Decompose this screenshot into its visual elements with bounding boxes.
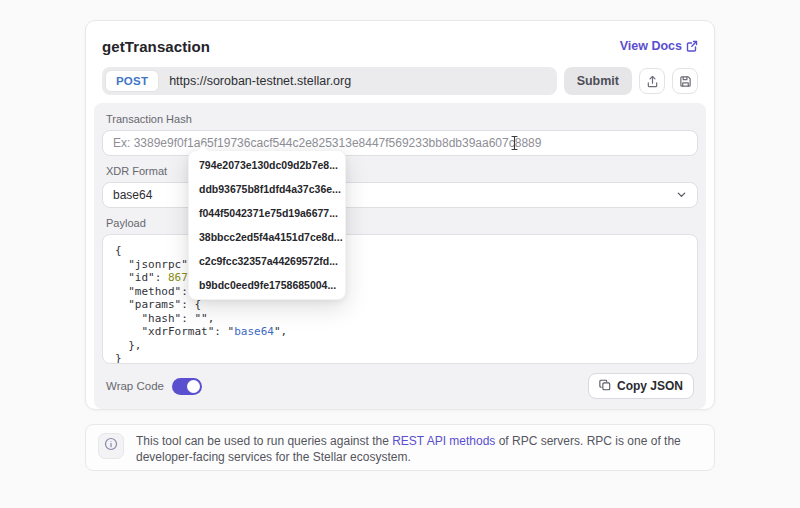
page-title: getTransaction: [102, 38, 210, 55]
payload-code-line: },: [115, 339, 685, 353]
text-cursor-pointer: [510, 135, 519, 155]
copy-json-label: Copy JSON: [617, 379, 683, 393]
info-text-before: This tool can be used to run queries aga…: [136, 434, 392, 448]
payload-code-line: "hash": "",: [115, 312, 685, 326]
card-header: getTransaction View Docs: [102, 37, 698, 55]
panel-footer: Wrap Code Copy JSON: [106, 373, 694, 399]
hash-suggestion-item[interactable]: f044f5042371e75d19a6677...: [189, 201, 345, 225]
hash-suggestion-item[interactable]: b9bdc0eed9fe1758685004...: [189, 273, 345, 297]
hash-suggestion-item[interactable]: 38bbcc2ed5f4a4151d7ce8d...: [189, 225, 345, 249]
toggle-knob: [187, 380, 200, 393]
tx-hash-label: Transaction Hash: [106, 113, 698, 125]
request-settings-panel: Transaction Hash XDR Format base64: [94, 103, 706, 409]
xdr-format-value: base64: [113, 188, 152, 202]
hash-suggestions-list: 794e2073e130dc09d2b7e8...ddb93675b8f1dfd…: [189, 153, 345, 297]
wrap-code-group: Wrap Code: [106, 378, 202, 395]
save-icon: [679, 75, 692, 88]
copy-icon: [599, 379, 611, 394]
upload-icon: [646, 75, 659, 88]
info-text: This tool can be used to run queries aga…: [136, 433, 702, 465]
copy-json-button[interactable]: Copy JSON: [588, 373, 694, 399]
view-docs-label: View Docs: [620, 39, 682, 53]
request-bar: POST https://soroban-testnet.stellar.org…: [102, 67, 698, 95]
view-docs-link[interactable]: View Docs: [620, 39, 698, 53]
chevron-down-icon: [676, 186, 687, 204]
wrap-code-label: Wrap Code: [106, 380, 164, 392]
endpoint-url: https://soroban-testnet.stellar.org: [169, 74, 351, 88]
rest-api-methods-link[interactable]: REST API methods: [392, 434, 495, 448]
hash-suggestion-item[interactable]: ddb93675b8f1dfd4a37c36e...: [189, 177, 345, 201]
hash-suggestions-dropdown: 794e2073e130dc09d2b7e8...ddb93675b8f1dfd…: [188, 150, 346, 300]
hash-suggestion-item[interactable]: c2c9fcc32357a44269572fd...: [189, 249, 345, 273]
save-button[interactable]: [672, 68, 698, 94]
wrap-code-toggle[interactable]: [172, 378, 202, 395]
share-button[interactable]: [639, 68, 665, 94]
submit-button[interactable]: Submit: [564, 67, 632, 95]
info-icon-tile: [98, 433, 124, 459]
payload-code-line: "xdrFormat": "base64",: [115, 325, 685, 339]
payload-code-line: }: [115, 352, 685, 364]
page: getTransaction View Docs POST https://so…: [0, 0, 800, 508]
external-link-icon: [686, 40, 698, 52]
info-circle-icon: [104, 437, 118, 455]
url-bar[interactable]: POST https://soroban-testnet.stellar.org: [102, 67, 557, 95]
hash-suggestion-item[interactable]: 794e2073e130dc09d2b7e8...: [189, 153, 345, 177]
http-method-badge: POST: [105, 70, 159, 92]
info-box: This tool can be used to run queries aga…: [85, 424, 715, 471]
payload-code-line: "params": {: [115, 298, 685, 312]
endpoint-card: getTransaction View Docs POST https://so…: [85, 20, 715, 410]
